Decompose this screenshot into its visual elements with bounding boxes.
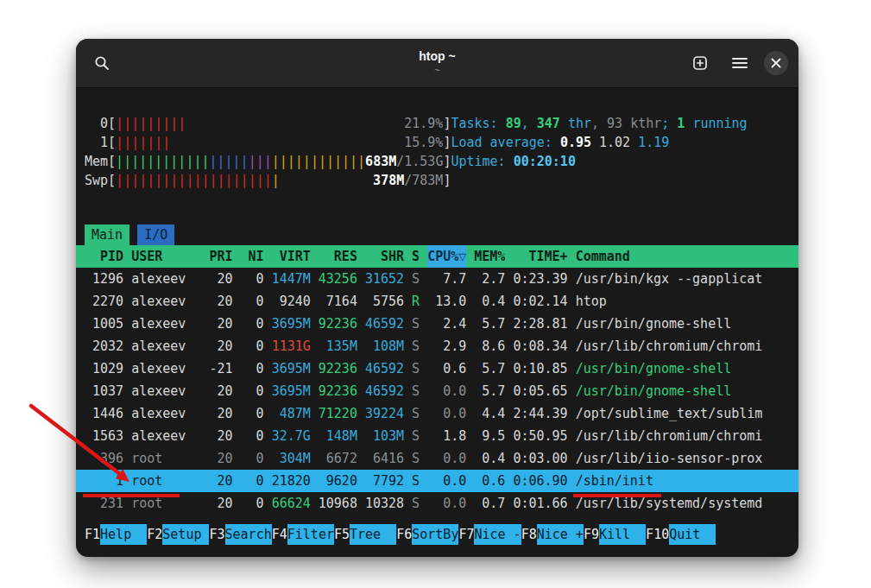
meter-value-dim: 15.9% — [404, 133, 443, 152]
fkey-f1-help[interactable]: F1Help — [85, 524, 147, 545]
meter-cpu0: 0[|||||||||21.9%] — [85, 114, 451, 133]
cell-command: /usr/bin/gnome-shell — [576, 357, 790, 380]
fkey-label: Tree — [350, 524, 396, 545]
fkey-f3-search[interactable]: F3Search — [209, 524, 271, 545]
column-header-virt[interactable]: VIRT — [272, 245, 311, 268]
fkey-f6-sortby[interactable]: F6SortBy — [396, 524, 458, 545]
cell-command: htop — [576, 290, 790, 313]
cell-pri: 20 — [209, 470, 232, 492]
fkey-f4-filter[interactable]: F4Filter — [272, 524, 334, 545]
process-row-pid-1296[interactable]: 1296alexeev2001447M4325631652S7.72.70:23… — [76, 268, 798, 290]
text-token: 1.19 — [638, 135, 669, 150]
column-header-res[interactable]: RES — [319, 245, 357, 268]
process-row-pid-396[interactable]: 396root200304M66726416S0.00.40:03.00/usr… — [76, 447, 798, 470]
cell-pri: 20 — [209, 402, 232, 425]
header-stats: Tasks: 89, 347 thr, 93 kthr; 1 runningLo… — [451, 114, 790, 190]
cell-res: 43256 — [319, 268, 357, 290]
cell-cpu: 0.0 — [427, 402, 466, 425]
column-header-s[interactable]: S — [412, 245, 420, 268]
process-row-pid-2270[interactable]: 2270alexeev200924071645756R13.00.40:02.1… — [76, 290, 798, 313]
cell-pid: 1037 — [85, 380, 123, 402]
fkey-f10-quit[interactable]: F10Quit — [646, 524, 716, 545]
cell-pid: 1296 — [85, 268, 123, 290]
cell-pri: 20 — [209, 268, 232, 290]
fkey-label: Nice + — [537, 524, 584, 545]
column-header-time+[interactable]: TIME+ — [513, 245, 567, 268]
process-row-pid-1[interactable]: 1root2002182096207792S0.00.60:06.90/sbin… — [76, 470, 798, 492]
text-token: 89 — [506, 116, 521, 131]
cell-s: S — [412, 470, 420, 492]
process-row-pid-2032[interactable]: 2032alexeev2001131G135M108MS2.98.60:08.3… — [76, 335, 798, 357]
search-button[interactable] — [86, 47, 117, 79]
titlebar-controls — [685, 47, 788, 79]
cell-command: /opt/sublime_text/sublim — [576, 402, 790, 425]
cell-pid: 231 — [85, 492, 123, 515]
cell-shr: 5756 — [365, 290, 404, 313]
cell-cpu: 0.0 — [427, 380, 466, 402]
cell-pri: -21 — [209, 357, 232, 380]
process-row-pid-1037[interactable]: 1037alexeev2003695M9223646592S0.05.70:05… — [76, 380, 798, 402]
cell-res: 135M — [319, 335, 357, 357]
cell-time+: 0:08.34 — [513, 335, 567, 357]
cell-mem: 5.7 — [474, 380, 505, 402]
tab-i-o[interactable]: I/O — [137, 224, 174, 245]
cell-user: root — [131, 492, 201, 515]
fkey-label: Nice - — [474, 524, 521, 545]
process-row-pid-1029[interactable]: 1029alexeev-2103695M9223646592S0.65.70:1… — [76, 357, 798, 380]
cell-s: R — [412, 290, 420, 313]
cell-user: alexeev — [131, 402, 201, 425]
new-tab-button[interactable] — [685, 47, 716, 79]
fkey-number: F1 — [85, 524, 100, 545]
cell-res: 10968 — [319, 492, 357, 515]
fkey-f8-nice-+[interactable]: F8Nice + — [521, 524, 584, 545]
process-row-pid-231[interactable]: 231root200666241096810328S0.00.70:01.66/… — [76, 492, 798, 515]
fkey-f5-tree[interactable]: F5Tree — [334, 524, 396, 545]
search-icon — [94, 55, 110, 71]
meter-bar-segment: |||||||||||||||||||| — [116, 171, 272, 190]
column-header-pri[interactable]: PRI — [209, 245, 232, 268]
cell-ni: 0 — [241, 313, 264, 335]
sort-desc-icon: ▽ — [458, 249, 466, 264]
process-row-pid-1563[interactable]: 1563alexeev20032.7G148M103MS1.89.50:50.9… — [76, 425, 798, 447]
cell-pri: 20 — [209, 447, 232, 470]
cell-command: /usr/bin/gnome-shell — [576, 313, 790, 335]
process-row-pid-1446[interactable]: 1446alexeev200487M7122039224S0.04.42:44.… — [76, 402, 798, 425]
meter-bars: |||||||||21.9% — [116, 114, 443, 133]
meter-bracket: [ — [108, 114, 116, 133]
console-window: htop ~ ~ — [76, 39, 798, 557]
column-header-ni[interactable]: NI — [241, 245, 264, 268]
column-header-command[interactable]: Command — [576, 245, 790, 268]
close-button[interactable] — [764, 51, 788, 75]
column-header-shr[interactable]: SHR — [365, 245, 404, 268]
cell-pid: 1446 — [85, 402, 123, 425]
fkey-f2-setup[interactable]: F2Setup — [147, 524, 209, 545]
menu-button[interactable] — [724, 47, 755, 79]
column-header-mem[interactable]: MEM% — [474, 245, 505, 268]
fkey-label: Search — [225, 524, 272, 545]
fkey-number: F10 — [646, 524, 669, 545]
text-token — [630, 135, 638, 150]
cell-user: alexeev — [131, 357, 201, 380]
cell-virt: 3695M — [272, 313, 311, 335]
close-icon — [771, 58, 781, 68]
tab-main[interactable]: Main — [85, 224, 129, 245]
meter-bar-segment: ||||| — [209, 152, 248, 171]
text-token: , — [591, 116, 607, 131]
fkey-f9-kill[interactable]: F9Kill — [584, 524, 646, 545]
meter-bracket: [ — [108, 133, 116, 152]
meter-value: 378M — [373, 171, 404, 190]
column-header-cpu[interactable]: CPU%▽ — [427, 245, 466, 268]
cell-time+: 0:05.65 — [513, 380, 567, 402]
cell-ni: 0 — [241, 290, 264, 313]
cell-cpu: 0.0 — [427, 470, 466, 492]
cell-cpu: 7.7 — [427, 268, 466, 290]
fkey-f7-nice[interactable]: F7Nice - — [458, 524, 521, 545]
column-header-user[interactable]: USER — [131, 245, 201, 268]
process-row-pid-1005[interactable]: 1005alexeev2003695M9223646592S2.45.72:28… — [76, 313, 798, 335]
fkey-label: Setup — [162, 524, 209, 545]
cell-ni: 0 — [241, 357, 264, 380]
column-header-pid[interactable]: PID — [85, 245, 123, 268]
cell-cpu: 0.6 — [427, 357, 466, 380]
text-token: 0.95 — [560, 135, 591, 150]
cell-time+: 0:02.14 — [513, 290, 567, 313]
